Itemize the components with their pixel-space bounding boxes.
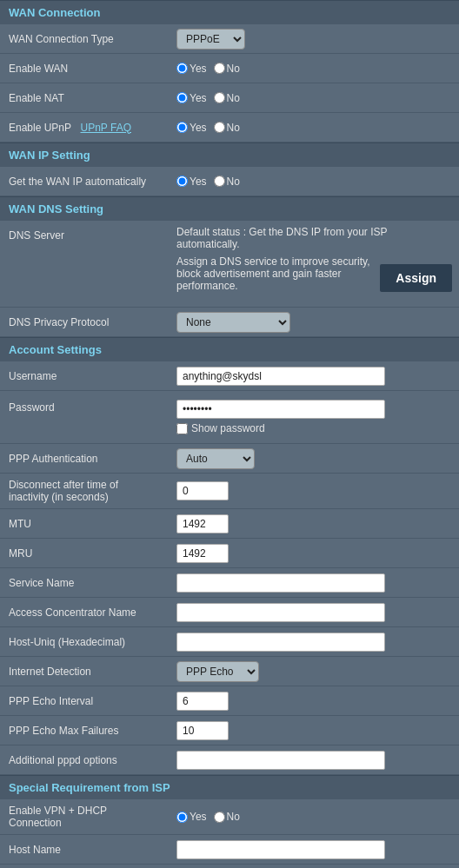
wan-type-select[interactable]: PPPoE DHCP Static IP L2TP PPTP — [176, 29, 245, 50]
ppp-echo-max-failures-input[interactable] — [176, 721, 229, 740]
dns-assign-text: Assign a DNS service to improve security… — [176, 255, 373, 292]
ppp-echo-interval-value — [170, 688, 459, 714]
enable-nat-yes-label[interactable]: Yes — [176, 92, 207, 104]
internet-detection-value: PPP Echo None DNS Probe — [170, 658, 459, 686]
wan-ip-auto-yes-radio[interactable] — [176, 176, 188, 187]
wan-ip-auto-no-label[interactable]: No — [214, 176, 240, 188]
access-concentrator-input[interactable] — [176, 603, 385, 622]
additional-pppd-input[interactable] — [176, 751, 385, 770]
ppp-auth-row: PPP Authentication Auto PAP CHAP MS-CHAP — [0, 444, 459, 474]
dns-privacy-label: DNS Privacy Protocol — [0, 311, 170, 334]
internet-detection-label: Internet Detection — [0, 660, 170, 683]
vpn-dhcp-row: Enable VPN + DHCP Connection Yes No — [0, 799, 459, 835]
password-row: Password Show password — [0, 391, 459, 444]
host-uniq-value — [170, 629, 459, 655]
dns-server-label: DNS Server — [0, 221, 170, 247]
mru-input[interactable] — [176, 544, 229, 563]
wan-ip-auto-label: Get the WAN IP automatically — [0, 170, 170, 193]
host-name-input[interactable] — [176, 840, 385, 859]
mac-address-value: MAC Clone — [170, 865, 459, 868]
host-uniq-label: Host-Uniq (Hexadecimal) — [0, 631, 170, 653]
wan-dns-section: WAN DNS Setting DNS Server Default statu… — [0, 196, 459, 337]
wan-connection-header: WAN Connection — [0, 0, 459, 24]
vpn-dhcp-no-label[interactable]: No — [214, 811, 240, 823]
wan-ip-auto-row: Get the WAN IP automatically Yes No — [0, 167, 459, 196]
special-isp-section: Special Requirement from ISP Enable VPN … — [0, 775, 459, 868]
disconnect-timeout-label: Disconnect after time of inactivity (in … — [0, 474, 170, 508]
host-name-value — [170, 837, 459, 863]
enable-wan-value: Yes No — [170, 59, 459, 78]
enable-nat-no-radio[interactable] — [214, 92, 225, 103]
wan-ip-auto-yes-label[interactable]: Yes — [176, 176, 207, 188]
wan-dns-header: WAN DNS Setting — [0, 196, 459, 221]
mtu-input[interactable] — [176, 514, 229, 533]
disconnect-timeout-row: Disconnect after time of inactivity (in … — [0, 474, 459, 509]
dns-server-row: DNS Server Default status : Get the DNS … — [0, 221, 459, 308]
enable-upnp-label: Enable UPnP UPnP FAQ — [0, 116, 170, 139]
enable-nat-yes-radio[interactable] — [176, 92, 188, 103]
enable-upnp-yes-radio[interactable] — [176, 122, 188, 133]
username-input[interactable] — [176, 367, 385, 386]
disconnect-timeout-value — [170, 478, 459, 504]
ppp-auth-value: Auto PAP CHAP MS-CHAP — [170, 445, 459, 473]
host-name-label: Host Name — [0, 838, 170, 861]
ppp-echo-interval-input[interactable] — [176, 692, 229, 711]
vpn-dhcp-yes-radio[interactable] — [176, 812, 188, 823]
enable-upnp-yes-label[interactable]: Yes — [176, 122, 207, 134]
enable-upnp-no-radio[interactable] — [214, 122, 225, 133]
mtu-row: MTU — [0, 509, 459, 539]
password-label: Password — [0, 396, 170, 419]
password-value: Show password — [170, 396, 459, 438]
assign-button[interactable]: Assign — [380, 264, 452, 292]
service-name-label: Service Name — [0, 572, 170, 594]
ppp-auth-select[interactable]: Auto PAP CHAP MS-CHAP — [176, 448, 255, 469]
enable-nat-no-label[interactable]: No — [214, 92, 240, 104]
host-name-row: Host Name — [0, 835, 459, 865]
show-password-label[interactable]: Show password — [176, 422, 385, 434]
service-name-input[interactable] — [176, 573, 385, 593]
service-name-value — [170, 570, 459, 596]
mru-row: MRU — [0, 539, 459, 568]
enable-wan-yes-radio[interactable] — [176, 63, 188, 74]
wan-ip-auto-no-radio[interactable] — [214, 176, 225, 187]
account-settings-header: Account Settings — [0, 337, 459, 361]
dns-assign-row: Assign a DNS service to improve security… — [176, 255, 452, 292]
host-uniq-row: Host-Uniq (Hexadecimal) — [0, 627, 459, 657]
dns-privacy-select[interactable]: None DNS-over-TLS DNS-over-HTTPS — [176, 312, 290, 333]
enable-nat-value: Yes No — [170, 89, 459, 108]
password-input[interactable] — [176, 400, 385, 419]
host-uniq-input[interactable] — [176, 633, 385, 652]
username-value — [170, 363, 459, 389]
enable-wan-no-label[interactable]: No — [214, 63, 240, 75]
show-password-checkbox[interactable] — [176, 423, 188, 434]
enable-wan-yes-label[interactable]: Yes — [176, 63, 207, 75]
dns-privacy-value: None DNS-over-TLS DNS-over-HTTPS — [170, 308, 459, 336]
disconnect-timeout-input[interactable] — [176, 481, 229, 500]
mru-label: MRU — [0, 542, 170, 565]
access-concentrator-value — [170, 600, 459, 626]
wan-ip-auto-value: Yes No — [170, 172, 459, 191]
enable-upnp-no-label[interactable]: No — [214, 122, 240, 134]
wan-type-row: WAN Connection Type PPPoE DHCP Static IP… — [0, 24, 459, 54]
ppp-echo-max-failures-label: PPP Echo Max Failures — [0, 719, 170, 742]
dns-privacy-row: DNS Privacy Protocol None DNS-over-TLS D… — [0, 308, 459, 337]
vpn-dhcp-value: Yes No — [170, 807, 459, 826]
wan-type-value: PPPoE DHCP Static IP L2TP PPTP — [170, 25, 459, 53]
upnp-faq-link[interactable]: UPnP FAQ — [81, 122, 131, 134]
vpn-dhcp-yes-label[interactable]: Yes — [176, 811, 207, 823]
enable-nat-label: Enable NAT — [0, 87, 170, 109]
enable-upnp-row: Enable UPnP UPnP FAQ Yes No — [0, 113, 459, 142]
internet-detection-select[interactable]: PPP Echo None DNS Probe — [176, 661, 259, 682]
enable-upnp-value: Yes No — [170, 118, 459, 137]
wan-connection-section: WAN Connection WAN Connection Type PPPoE… — [0, 0, 459, 142]
ppp-echo-max-failures-row: PPP Echo Max Failures — [0, 716, 459, 745]
vpn-dhcp-no-radio[interactable] — [214, 812, 225, 823]
ppp-auth-label: PPP Authentication — [0, 447, 170, 470]
enable-upnp-radio-group: Yes No — [176, 122, 240, 134]
enable-wan-radio-group: Yes No — [176, 63, 240, 75]
enable-wan-no-radio[interactable] — [214, 63, 225, 74]
access-concentrator-row: Access Concentrator Name — [0, 598, 459, 627]
wan-ip-section: WAN IP Setting Get the WAN IP automatica… — [0, 142, 459, 196]
additional-pppd-label: Additional pppd options — [0, 749, 170, 772]
ppp-echo-interval-label: PPP Echo Interval — [0, 690, 170, 712]
